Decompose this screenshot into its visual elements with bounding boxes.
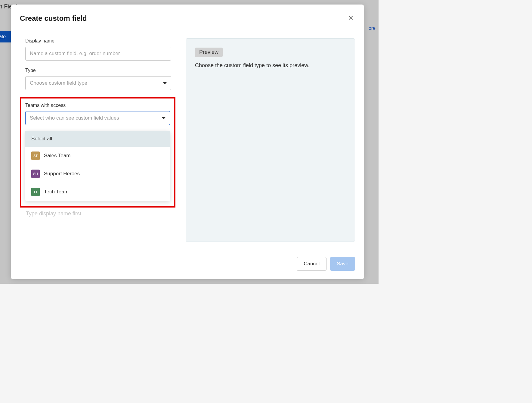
- display-name-input[interactable]: [25, 47, 171, 61]
- preview-text: Choose the custom field type to see its …: [195, 62, 346, 69]
- teams-highlighted-section: Teams with access Select who can see cus…: [20, 97, 175, 208]
- bg-more-link: ore: [369, 26, 376, 31]
- close-button[interactable]: [347, 14, 355, 23]
- teams-group: Teams with access Select who can see cus…: [25, 103, 170, 125]
- display-name-label: Display name: [25, 38, 171, 44]
- dropdown-select-all[interactable]: Select all: [25, 131, 170, 147]
- form-column: Display name Type Choose custom field ty…: [25, 38, 171, 242]
- display-name-group: Display name: [25, 38, 171, 61]
- select-all-label: Select all: [31, 136, 52, 142]
- modal-body: Display name Type Choose custom field ty…: [11, 29, 364, 251]
- create-custom-field-modal: Create custom field Display name Type Ch…: [11, 5, 364, 279]
- modal-header: Create custom field: [11, 5, 364, 29]
- team-avatar: TT: [31, 188, 40, 196]
- api-name-hint: Type display name first: [26, 211, 171, 217]
- save-button[interactable]: Save: [330, 257, 355, 271]
- dropdown-team-item[interactable]: SH Support Heroes: [25, 165, 170, 183]
- team-avatar: ST: [31, 152, 40, 160]
- chevron-down-icon: [163, 82, 167, 84]
- dropdown-team-item[interactable]: ST Sales Team: [25, 147, 170, 165]
- type-group: Type Choose custom field type: [25, 68, 171, 90]
- close-icon: [348, 15, 354, 21]
- cancel-button[interactable]: Cancel: [297, 257, 326, 271]
- preview-column: Preview Choose the custom field type to …: [186, 38, 355, 242]
- type-select[interactable]: Choose custom field type: [25, 76, 171, 90]
- teams-placeholder: Select who can see custom field values: [30, 115, 119, 121]
- team-name: Tech Team: [44, 189, 69, 195]
- teams-dropdown: Select all ST Sales Team SH Support Hero…: [25, 131, 170, 201]
- type-placeholder: Choose custom field type: [30, 80, 87, 86]
- dropdown-team-item[interactable]: TT Tech Team: [25, 183, 170, 201]
- team-avatar: SH: [31, 170, 40, 178]
- type-label: Type: [25, 68, 171, 73]
- teams-select[interactable]: Select who can see custom field values: [25, 111, 170, 125]
- teams-label: Teams with access: [25, 103, 170, 108]
- chevron-down-icon: [162, 117, 165, 119]
- modal-title: Create custom field: [20, 14, 87, 23]
- preview-badge: Preview: [195, 48, 223, 57]
- modal-footer: Cancel Save: [11, 251, 364, 279]
- team-name: Sales Team: [44, 153, 71, 159]
- team-name: Support Heroes: [44, 171, 80, 177]
